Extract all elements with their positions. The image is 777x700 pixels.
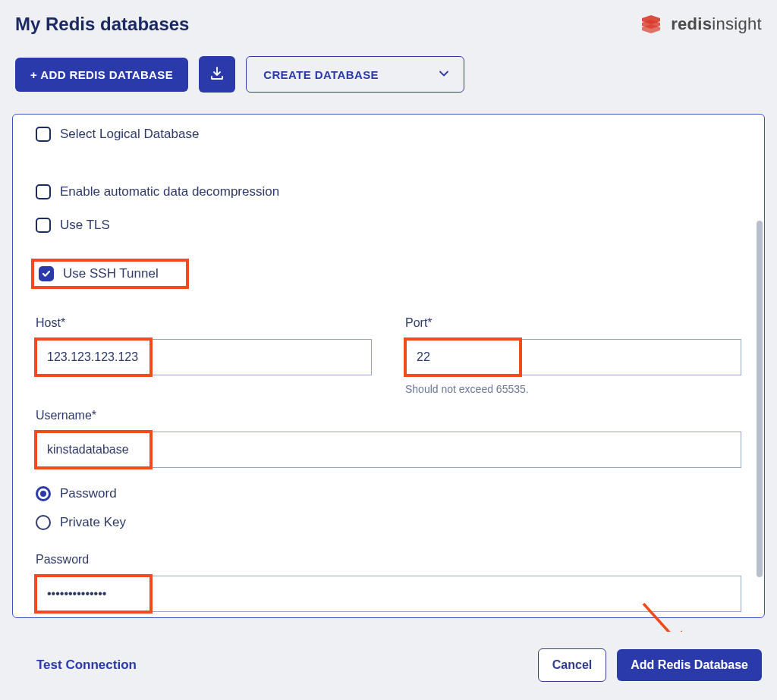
field-label: Host*: [36, 316, 372, 330]
auth-method-radio-group: Password Private Key: [36, 486, 741, 530]
option-label: Select Logical Database: [60, 127, 199, 142]
ssh-form: Host* Port* Should not exceed 65535. Use…: [36, 316, 741, 612]
option-label: Use TLS: [60, 218, 110, 233]
radio-private-key[interactable]: Private Key: [36, 515, 741, 530]
scrollbar-thumb[interactable]: [757, 221, 763, 577]
create-database-label: CREATE DATABASE: [263, 68, 379, 81]
username-input[interactable]: [36, 432, 741, 468]
option-use-tls[interactable]: Use TLS: [36, 218, 741, 233]
checkbox-unchecked-icon[interactable]: [36, 218, 51, 233]
checkbox-unchecked-icon[interactable]: [36, 184, 51, 199]
brand-logo: redisinsight: [642, 14, 762, 35]
host-input[interactable]: [36, 339, 372, 375]
option-label: Use SSH Tunnel: [63, 266, 159, 281]
radio-label: Private Key: [60, 515, 126, 530]
password-input[interactable]: [36, 576, 741, 612]
test-connection-link[interactable]: Test Connection: [36, 658, 137, 673]
download-icon: [209, 66, 225, 83]
header: My Redis databases redisinsight: [11, 14, 766, 35]
chevron-down-icon: [438, 67, 450, 82]
checkbox-unchecked-icon[interactable]: [36, 127, 51, 142]
field-host: Host*: [36, 316, 372, 395]
radio-label: Password: [60, 486, 117, 501]
page-title: My Redis databases: [15, 14, 189, 35]
redis-logo-icon: [642, 14, 665, 35]
field-port: Port* Should not exceed 65535.: [405, 316, 741, 395]
brand-text: redisinsight: [671, 14, 762, 34]
create-database-dropdown[interactable]: CREATE DATABASE: [246, 56, 464, 93]
scrollbar-track[interactable]: [757, 131, 763, 601]
toolbar: + ADD REDIS DATABASE CREATE DATABASE: [11, 56, 766, 93]
form-card: Select Logical Database Enable automatic…: [12, 114, 765, 618]
footer: Test Connection Cancel Add Redis Databas…: [0, 632, 777, 700]
option-auto-decompress[interactable]: Enable automatic data decompression: [36, 184, 741, 199]
checkbox-checked-icon[interactable]: [39, 266, 54, 281]
radio-password[interactable]: Password: [36, 486, 741, 501]
radio-unselected-icon: [36, 515, 51, 530]
port-input[interactable]: [405, 339, 741, 375]
add-redis-database-submit-button[interactable]: Add Redis Database: [617, 649, 762, 681]
radio-selected-icon: [36, 486, 51, 501]
add-redis-database-button[interactable]: + ADD REDIS DATABASE: [15, 58, 188, 92]
option-select-logical[interactable]: Select Logical Database: [36, 127, 741, 142]
field-username: Username*: [36, 409, 741, 468]
option-use-ssh-tunnel[interactable]: Use SSH Tunnel: [39, 266, 159, 281]
field-label: Username*: [36, 409, 741, 422]
field-password: Password: [36, 553, 741, 612]
cancel-button[interactable]: Cancel: [538, 648, 606, 682]
field-label: Password: [36, 553, 741, 567]
option-label: Enable automatic data decompression: [60, 184, 279, 199]
field-help: Should not exceed 65535.: [405, 383, 741, 395]
field-label: Port*: [405, 316, 741, 330]
import-button[interactable]: [199, 56, 235, 93]
